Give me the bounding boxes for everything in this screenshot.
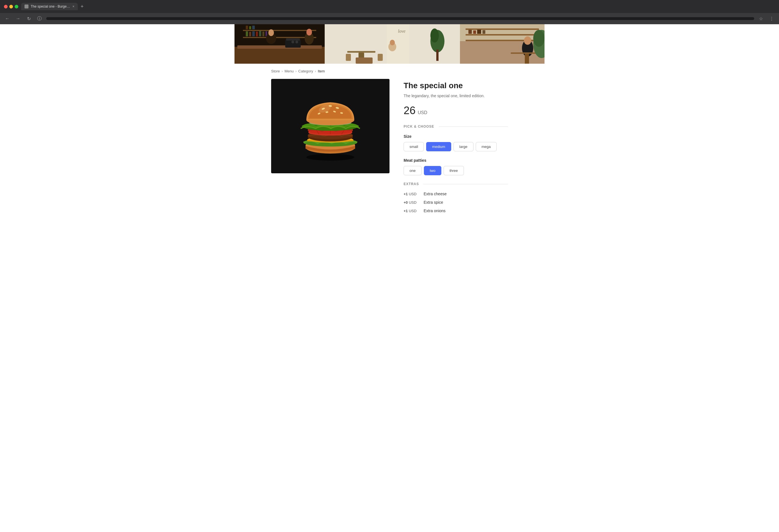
maximize-window-button[interactable] <box>15 5 18 8</box>
svg-point-25 <box>306 29 312 36</box>
size-option-small[interactable]: small <box>404 142 424 151</box>
svg-point-33 <box>390 40 395 45</box>
svg-rect-5 <box>237 45 322 49</box>
size-option-medium[interactable]: medium <box>426 142 451 151</box>
svg-point-51 <box>533 30 544 47</box>
svg-rect-11 <box>256 32 258 36</box>
price-currency: USD <box>418 110 427 115</box>
size-label: Size <box>404 134 508 139</box>
pick-choose-label: PICK & CHOOSE <box>404 125 434 128</box>
hero-banner: love <box>235 24 544 64</box>
svg-rect-42 <box>468 30 472 34</box>
product-image-container <box>271 79 390 173</box>
svg-rect-28 <box>346 54 351 61</box>
extras-list: +1 USD Extra cheese +0 USD Extra spice +… <box>404 192 508 213</box>
svg-rect-10 <box>252 31 255 36</box>
svg-point-47 <box>524 36 531 45</box>
breadcrumb-item-current: Item <box>318 69 325 73</box>
menu-button[interactable]: ⋮ <box>768 15 776 22</box>
patties-option-three[interactable]: three <box>443 166 464 175</box>
svg-point-52 <box>306 154 354 161</box>
meat-patties-buttons: one two three <box>404 166 508 175</box>
breadcrumb-store[interactable]: Store <box>271 69 280 73</box>
svg-rect-39 <box>466 28 539 30</box>
breadcrumb-sep-3: › <box>315 69 316 73</box>
svg-rect-30 <box>356 57 373 64</box>
svg-rect-13 <box>262 32 264 36</box>
extra-item-onions: +1 USD Extra onions <box>404 209 508 213</box>
svg-text:love: love <box>398 29 406 34</box>
svg-rect-45 <box>482 30 485 34</box>
browser-toolbar: ← → ↻ ⓘ ☆ ⋮ <box>0 13 779 24</box>
close-window-button[interactable] <box>4 5 8 8</box>
svg-rect-26 <box>347 51 375 53</box>
extra-spice-name: Extra spice <box>424 200 443 204</box>
tab-close-button[interactable]: × <box>72 4 74 8</box>
reload-button[interactable]: ↻ <box>25 15 33 22</box>
svg-rect-49 <box>525 54 529 64</box>
minimize-window-button[interactable] <box>9 5 13 8</box>
active-tab[interactable]: The special one - Burgers - Lu × <box>21 3 78 10</box>
tab-favicon-icon <box>24 4 28 8</box>
svg-rect-16 <box>249 26 251 29</box>
page-content: love <box>235 24 544 224</box>
svg-rect-43 <box>473 31 476 34</box>
tab-bar: The special one - Burgers - Lu × + <box>21 3 775 10</box>
breadcrumb-menu[interactable]: Menu <box>284 69 294 73</box>
svg-point-21 <box>295 41 298 43</box>
size-option-large[interactable]: large <box>454 142 474 151</box>
browser-titlebar: The special one - Burgers - Lu × + <box>0 0 779 13</box>
traffic-lights <box>4 5 18 8</box>
tab-title: The special one - Burgers - Lu <box>31 4 70 8</box>
breadcrumb-category[interactable]: Category <box>298 69 313 73</box>
extras-section: EXTRAS +1 USD Extra cheese +0 USD Extra … <box>404 182 508 213</box>
svg-rect-12 <box>259 31 261 36</box>
svg-rect-40 <box>466 34 539 36</box>
svg-point-23 <box>268 29 274 36</box>
pick-choose-divider <box>439 126 508 127</box>
product-description: The legandary, the special one, limited … <box>404 93 508 99</box>
patties-option-one[interactable]: one <box>404 166 422 175</box>
svg-rect-6 <box>243 30 316 31</box>
svg-rect-8 <box>246 31 248 36</box>
extra-item-cheese: +1 USD Extra cheese <box>404 192 508 196</box>
extras-label: EXTRAS <box>404 182 419 186</box>
extra-item-spice: +0 USD Extra spice <box>404 200 508 204</box>
svg-point-20 <box>291 41 294 43</box>
extra-spice-price: +0 USD <box>404 200 419 204</box>
patties-option-two[interactable]: two <box>424 166 441 175</box>
svg-rect-9 <box>249 32 251 36</box>
product-price: 26 USD <box>404 105 508 117</box>
product-image <box>291 87 370 166</box>
back-button[interactable]: ← <box>3 15 11 22</box>
new-tab-button[interactable]: + <box>79 4 85 10</box>
svg-rect-15 <box>246 25 248 29</box>
hero-image: love <box>235 24 544 64</box>
svg-point-36 <box>430 28 439 43</box>
product-section: The special one The legandary, the speci… <box>271 79 508 224</box>
size-buttons: small medium large mega <box>404 142 508 151</box>
meat-patties-options-group: Meat patties one two three <box>404 158 508 175</box>
page-wrapper: Store › Menu › Category › Item <box>235 64 544 224</box>
extra-onions-name: Extra onions <box>424 209 445 213</box>
address-bar[interactable] <box>46 17 754 20</box>
extra-onions-price: +1 USD <box>404 209 419 213</box>
size-option-mega[interactable]: mega <box>476 142 497 151</box>
svg-rect-44 <box>477 29 481 34</box>
svg-rect-37 <box>436 50 438 61</box>
extras-divider <box>423 184 508 184</box>
browser-chrome: The special one - Burgers - Lu × + ← → ↻… <box>0 0 779 24</box>
svg-rect-29 <box>378 54 383 61</box>
bookmark-button[interactable]: ☆ <box>757 15 765 22</box>
svg-rect-4 <box>235 47 325 64</box>
svg-rect-19 <box>286 38 300 41</box>
extras-header: EXTRAS <box>404 182 508 186</box>
product-details: The special one The legandary, the speci… <box>404 79 508 213</box>
forward-button[interactable]: → <box>14 15 22 22</box>
breadcrumb-sep-1: › <box>282 69 283 73</box>
size-options-group: Size small medium large mega <box>404 134 508 151</box>
info-button[interactable]: ⓘ <box>36 15 43 22</box>
pick-choose-header: PICK & CHOOSE <box>404 125 508 128</box>
extra-cheese-price: +1 USD <box>404 192 419 196</box>
breadcrumb-sep-2: › <box>295 69 297 73</box>
